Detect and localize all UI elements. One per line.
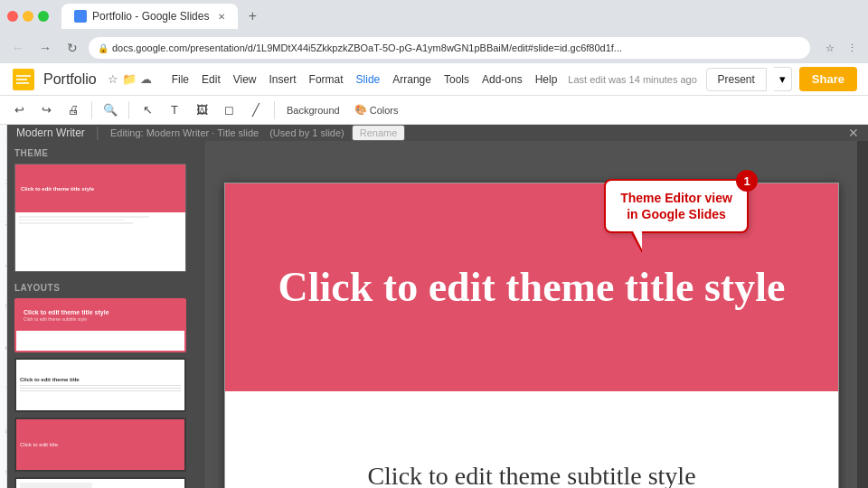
undo-button[interactable]: ↩ [7, 99, 31, 122]
slide-thumb-9[interactable]: 9 [0, 461, 7, 488]
layout2-line2 [20, 388, 181, 389]
theme-editor-body: THEME Click to edit theme title style LA… [7, 141, 868, 488]
layout1-header: Click to edit theme title style Click to… [16, 300, 184, 331]
toolbar: ↩ ↪ 🖨 🔍 ↖ T 🖼 ◻ ╱ Background 🎨 Colors [0, 96, 868, 125]
star-icon[interactable]: ☆ [108, 72, 118, 86]
header-menu: File Edit View Insert Format Slide Arran… [166, 71, 697, 88]
main-slide-title[interactable]: Click to edit theme title style [242, 262, 822, 312]
folder-icon[interactable]: 📁 [122, 72, 137, 86]
slide-thumb-8[interactable]: 8 Title Subtitle [0, 419, 7, 461]
cursor-button[interactable]: ↖ [136, 99, 159, 122]
theme-preview-title: Click to edit theme title style [21, 186, 180, 192]
slide-thumb-5[interactable]: 5 [0, 295, 7, 336]
layout2-content: Click to edit theme title [16, 360, 184, 410]
browser-chrome: Portfolio - Google Slides ✕ + [0, 0, 868, 33]
reload-button[interactable]: ↻ [61, 37, 83, 59]
last-edit-text: Last edit was 14 minutes ago [568, 74, 696, 85]
palette-icon: 🎨 [354, 104, 367, 116]
address-bar[interactable]: 🔒 docs.google.com/presentation/d/1L9MDtX… [89, 37, 810, 59]
vertical-scrollbar[interactable] [857, 141, 868, 488]
bookmark-icon[interactable]: ☆ [821, 39, 839, 57]
line-button[interactable]: ╱ [244, 99, 268, 122]
main-slide-subtitle[interactable]: Click to edit theme subtitle style [367, 462, 695, 488]
tab-favicon [74, 10, 87, 23]
theme-editor: Modern Writer | Editing: Modern Writer ·… [7, 125, 868, 488]
back-button[interactable]: ← [7, 37, 29, 59]
present-button[interactable]: Present [706, 68, 767, 91]
toolbar-separator-2 [128, 101, 129, 119]
callout-bubble: 1 Theme Editor view in Google Slides [604, 179, 749, 233]
active-tab[interactable]: Portfolio - Google Slides ✕ [61, 4, 238, 29]
present-dropdown-button[interactable]: ▾ [774, 67, 792, 91]
layout-item-1[interactable]: Click to edit theme title style Click to… [14, 298, 186, 352]
header-icons: ☆ 📁 ☁ [108, 72, 152, 86]
address-bar-row: ← → ↻ 🔒 docs.google.com/presentation/d/1… [0, 33, 868, 63]
slides-logo-icon [13, 69, 34, 90]
minimize-window-button[interactable] [23, 11, 33, 22]
slide-canvas: Click to edit theme title style Click to… [206, 141, 857, 488]
background-button[interactable]: Background [281, 99, 345, 121]
close-theme-editor-button[interactable]: ✕ [848, 126, 859, 140]
menu-file[interactable]: File [166, 71, 194, 88]
menu-slide[interactable]: Slide [351, 71, 386, 88]
cloud-icon[interactable]: ☁ [140, 72, 152, 86]
theme-section-label: THEME [14, 148, 198, 158]
menu-insert[interactable]: Insert [264, 71, 302, 88]
slide-thumb-2[interactable]: 2 [0, 170, 7, 211]
text-button[interactable]: T [163, 99, 186, 122]
theme-preview-body [15, 212, 185, 271]
slide-thumb-1[interactable]: 1 [0, 128, 7, 170]
forward-button[interactable]: → [34, 37, 56, 59]
share-button[interactable]: Share [799, 67, 857, 91]
traffic-lights [7, 11, 49, 22]
rename-button[interactable]: Rename [352, 125, 406, 141]
menu-help[interactable]: Help [530, 71, 563, 88]
theme-editing-label: Editing: Modern Writer · Title slide [110, 127, 259, 138]
menu-view[interactable]: View [228, 71, 262, 88]
new-tab-button[interactable]: + [241, 5, 263, 27]
layout4-content [16, 479, 184, 488]
callout-number: 1 [736, 170, 758, 192]
image-button[interactable]: 🖼 [190, 99, 213, 122]
menu-format[interactable]: Format [304, 71, 349, 88]
app-title: Portfolio [43, 71, 97, 88]
slide-thumb-6[interactable]: 6 [0, 336, 7, 378]
menu-edit[interactable]: Edit [196, 71, 226, 88]
layout-item-3[interactable]: Click to edit title [14, 418, 186, 472]
theme-editor-header: Modern Writer | Editing: Modern Writer ·… [7, 125, 868, 141]
slide-thumb-4[interactable]: 4 [0, 253, 7, 295]
print-button[interactable]: 🖨 [61, 99, 85, 122]
close-window-button[interactable] [7, 11, 18, 22]
tab-title: Portfolio - Google Slides [92, 10, 209, 23]
layout2-title: Click to edit theme title [20, 377, 181, 382]
theme-editor-title: Modern Writer [16, 127, 85, 139]
menu-addons[interactable]: Add-ons [476, 71, 528, 88]
svg-rect-1 [16, 75, 31, 77]
layout1-body [16, 331, 184, 351]
layout2-line3 [20, 390, 181, 391]
layout4-image [20, 483, 92, 488]
shape-button[interactable]: ◻ [217, 99, 241, 122]
maximize-window-button[interactable] [38, 11, 49, 22]
browser-menu-icon[interactable]: ⋮ [843, 39, 861, 57]
menu-arrange[interactable]: Arrange [387, 71, 437, 88]
layout3-text: Click to edit title [20, 442, 181, 447]
menu-tools[interactable]: Tools [439, 71, 475, 88]
layout-item-2[interactable]: Click to edit theme title [14, 358, 186, 412]
toolbar-separator-3 [274, 101, 275, 119]
theme-used-label: (Used by 1 slide) [269, 127, 344, 138]
theme-left-panel: THEME Click to edit theme title style LA… [7, 141, 206, 488]
layout-item-4[interactable] [14, 477, 186, 488]
tab-close-button[interactable]: ✕ [218, 12, 225, 22]
layout3-content: Click to edit title [16, 419, 184, 470]
slide-thumb-3[interactable]: 3 [0, 211, 7, 253]
tmp-line3 [19, 222, 133, 224]
zoom-button[interactable]: 🔍 [99, 99, 122, 122]
layout1-text: Click to edit theme title style Click to… [24, 309, 109, 322]
app-header: Portfolio ☆ 📁 ☁ File Edit View Insert Fo… [0, 63, 868, 96]
slide-thumb-7[interactable]: 7 Title [0, 378, 7, 419]
redo-button[interactable]: ↪ [34, 99, 58, 122]
theme-main-preview[interactable]: Click to edit theme title style [14, 164, 186, 272]
colors-button[interactable]: 🎨 Colors [349, 99, 404, 121]
layout4-text [96, 483, 181, 488]
